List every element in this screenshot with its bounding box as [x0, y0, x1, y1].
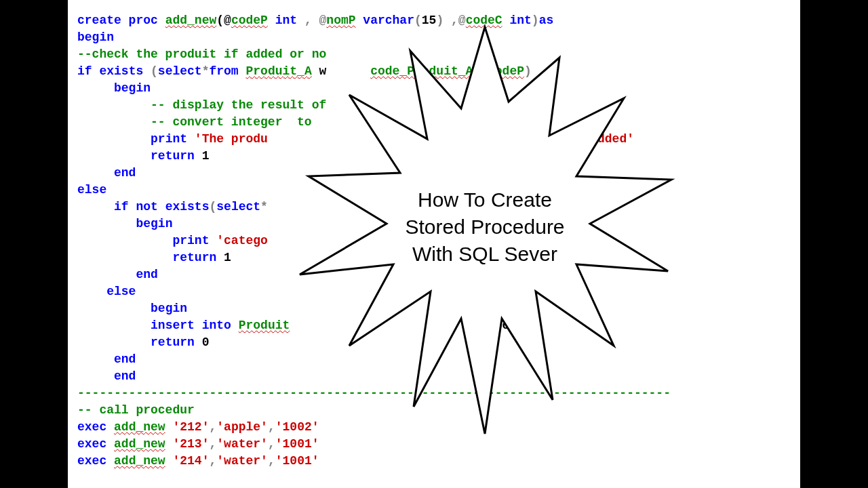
star: *: [260, 200, 268, 214]
keyword: create proc: [77, 14, 158, 27]
string: '1002': [275, 420, 319, 434]
column-tail: A: [495, 200, 502, 214]
param: codeP: [231, 14, 268, 27]
string: '214': [172, 454, 209, 468]
punct: (: [414, 14, 422, 27]
punct: ): [436, 14, 443, 27]
string: '212': [172, 420, 209, 434]
comma: ,: [209, 454, 216, 468]
comment: -- convert integer to: [151, 115, 319, 129]
keyword: return: [151, 149, 195, 163]
code-viewport: create proc add_new(@codeP int , @nomP v…: [68, 0, 800, 488]
keyword: begin: [114, 81, 151, 95]
keyword: insert: [151, 319, 195, 332]
divider-dashes: ----------------------------------------…: [77, 386, 671, 400]
keyword: end: [114, 352, 136, 366]
param: codeC: [517, 200, 553, 214]
string: ha: [429, 132, 444, 146]
keyword: exists: [99, 64, 143, 78]
type: int: [275, 14, 297, 27]
keyword: as: [539, 14, 554, 27]
comment: -- display the result of: [151, 98, 334, 112]
keyword: into: [202, 319, 231, 332]
number: 15: [422, 14, 437, 27]
punct: , @: [297, 14, 326, 27]
string: 'water': [216, 437, 268, 451]
param: codeP: [488, 64, 524, 78]
keyword: exec: [77, 420, 106, 434]
text: w: [312, 64, 327, 78]
string: ded': [568, 234, 597, 247]
comma: ,: [268, 437, 275, 451]
column-name: code_Produit_A: [370, 64, 473, 78]
keyword: else: [106, 285, 136, 298]
proc-name: add_new: [114, 454, 165, 468]
keyword: select: [158, 64, 202, 78]
comma: ,: [209, 437, 216, 451]
punct: (: [209, 200, 216, 214]
keyword: exists: [165, 200, 210, 214]
param: nomP: [326, 14, 355, 27]
keyword: print: [151, 132, 187, 146]
comma: ,: [268, 420, 275, 434]
punct: ,@: [443, 14, 465, 27]
punct: ): [532, 14, 539, 27]
punct: (@: [216, 14, 231, 27]
keyword: select: [216, 200, 260, 214]
string: 'The produ: [195, 132, 268, 146]
table-name: Produit: [239, 319, 290, 332]
keyword: exec: [77, 454, 106, 468]
punct: (: [143, 64, 158, 78]
comma: ,: [268, 454, 275, 468]
table-name: Produit_A: [246, 64, 312, 78]
proc-name: add_new: [114, 437, 165, 451]
keyword: else: [77, 183, 106, 197]
keyword: end: [114, 166, 136, 180]
keyword: print: [172, 234, 209, 247]
keyword: exec: [77, 437, 106, 451]
keyword: not: [136, 200, 157, 214]
string: '1001': [275, 437, 319, 451]
proc-name: add_new: [114, 420, 165, 434]
proc-name: add_new: [165, 14, 217, 27]
number: 1: [224, 251, 231, 264]
type: varchar: [363, 14, 414, 27]
param: codeC: [466, 14, 502, 27]
string: is already added': [509, 132, 634, 146]
keyword: if: [77, 64, 92, 78]
text: mP,@codeC): [466, 319, 539, 332]
punct: =@: [502, 200, 517, 214]
comment: --check the produit if added or no: [77, 47, 326, 61]
string: '213': [172, 437, 209, 451]
keyword: begin: [77, 30, 114, 44]
sql-code-block: create proc add_new(@codeP int , @nomP v…: [77, 12, 791, 470]
string: '1001': [275, 454, 319, 468]
star: *: [202, 64, 210, 78]
number: 1: [202, 149, 210, 163]
comma: ,: [209, 420, 216, 434]
keyword: return: [151, 336, 195, 349]
string: 'catego: [216, 234, 268, 247]
keyword: return: [172, 251, 216, 264]
keyword: if: [114, 200, 129, 214]
keyword: end: [136, 268, 157, 281]
keyword: begin: [136, 217, 172, 230]
number: 0: [202, 336, 210, 349]
comment: -- call procedur: [77, 403, 195, 417]
type: int: [509, 14, 531, 27]
punct: =@: [473, 64, 488, 78]
keyword: begin: [151, 302, 187, 315]
punct: ): [553, 200, 561, 214]
keyword: from: [209, 64, 238, 78]
string: 'water': [216, 454, 268, 468]
punct: ): [524, 64, 532, 78]
string: 'apple': [216, 420, 268, 434]
keyword: end: [114, 369, 136, 383]
